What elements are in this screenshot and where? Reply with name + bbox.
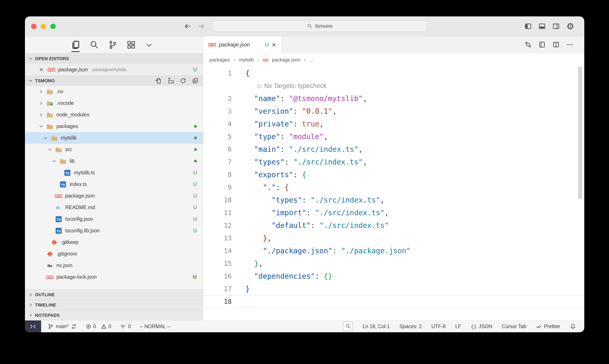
settings-gear-icon[interactable]: ⚙ bbox=[566, 22, 574, 31]
code-line-15[interactable]: 15 }, bbox=[203, 257, 584, 270]
git-change-dot bbox=[194, 136, 197, 139]
tree-item-README.md[interactable]: M↓README.mdU bbox=[25, 202, 203, 213]
close-icon[interactable]: × bbox=[38, 66, 45, 73]
code-line-14[interactable]: 14 "./package.json": "./package.json" bbox=[203, 244, 584, 257]
minimize-window-button[interactable] bbox=[41, 24, 46, 29]
code-line-8[interactable]: 8 "exports": { bbox=[203, 168, 584, 181]
code-line-13[interactable]: 13 }, bbox=[203, 232, 584, 244]
extensions-icon[interactable] bbox=[127, 40, 136, 50]
open-changes-icon[interactable] bbox=[524, 41, 532, 48]
language-mode[interactable]: {} JSON bbox=[471, 324, 492, 329]
source-control-icon[interactable] bbox=[108, 40, 117, 50]
explorer-icon[interactable] bbox=[71, 40, 80, 50]
code-line-6[interactable]: 6 "main": "./src/index.ts", bbox=[203, 143, 584, 156]
command-center-search[interactable]: tsmono bbox=[212, 20, 427, 32]
line-number: 18 bbox=[203, 298, 240, 305]
close-icon[interactable]: × bbox=[272, 41, 276, 48]
tree-item-tsconfig.json[interactable]: TStsconfig.jsonU bbox=[25, 213, 203, 225]
tree-item-package-lock.json[interactable]: npmpackage-lock.jsonM bbox=[25, 271, 203, 283]
tree-item-packages[interactable]: packages bbox=[25, 120, 203, 132]
eol-status[interactable]: LF bbox=[455, 324, 461, 329]
code-line-7[interactable]: 7 "types": "./src/index.ts", bbox=[203, 156, 584, 168]
tree-item-.nx[interactable]: .nx bbox=[25, 86, 203, 97]
formatter-status[interactable]: Prettier bbox=[536, 324, 560, 329]
code-line-2[interactable]: 2 "name": "@tsmono/mytslib", bbox=[203, 92, 584, 105]
ports-status[interactable]: 0 bbox=[120, 324, 131, 329]
chevron-down-icon bbox=[36, 124, 46, 129]
tree-item-mytslib[interactable]: mytslib bbox=[25, 132, 203, 144]
breadcrumb: packages › mytslib › npm package.json › … bbox=[203, 53, 584, 67]
remote-indicator[interactable] bbox=[25, 321, 41, 332]
npm-icon: npm bbox=[263, 57, 268, 63]
breadcrumb-item[interactable]: package.json bbox=[272, 57, 300, 63]
cursor-tab-status[interactable]: Cursor Tab bbox=[502, 324, 526, 329]
zoom-window-button[interactable] bbox=[50, 24, 56, 29]
tree-item-tsconfig.lib.json[interactable]: TStsconfig.lib.jsonU bbox=[25, 225, 203, 236]
tab-package-json[interactable]: npm package.json U × bbox=[203, 36, 282, 53]
code-line-18[interactable]: 18 bbox=[203, 295, 584, 308]
search-view-icon[interactable] bbox=[89, 40, 99, 50]
split-editor-icon[interactable] bbox=[552, 41, 560, 48]
forward-icon[interactable] bbox=[197, 22, 205, 30]
notebook-icon[interactable] bbox=[538, 41, 546, 48]
tree-item-node_modules[interactable]: node_modules bbox=[25, 109, 203, 120]
section-notepads[interactable]: NOTEPADS bbox=[25, 310, 203, 320]
section-timeline[interactable]: TIMELINE bbox=[25, 300, 203, 310]
code-line-10[interactable]: 10 "types": "./src/index.ts", bbox=[203, 194, 584, 206]
open-editor-item[interactable]: × npm package.json packages/mytslib U bbox=[25, 64, 203, 76]
code-editor[interactable]: 1{▷Nx Targets: typecheck2 "name": "@tsmo… bbox=[203, 67, 584, 320]
new-file-icon[interactable] bbox=[155, 78, 162, 84]
explorer-actions bbox=[155, 78, 203, 84]
tree-item-package.json[interactable]: npmpackage.jsonU bbox=[25, 190, 203, 202]
tree-item-src[interactable]: src bbox=[25, 144, 203, 155]
code-line-11[interactable]: 11 "import": "./src/index.ts", bbox=[203, 206, 584, 219]
breadcrumb-item[interactable]: ... bbox=[309, 57, 313, 63]
tree-item-index.ts[interactable]: TSindex.tsU bbox=[25, 179, 203, 190]
open-editors-header[interactable]: OPEN EDITORS bbox=[25, 53, 203, 64]
tree-item-mytslib.ts[interactable]: TSmytslib.tsU bbox=[25, 167, 203, 179]
back-icon[interactable] bbox=[184, 22, 192, 30]
toggle-panel-icon[interactable] bbox=[538, 23, 546, 30]
git-branch-status[interactable]: main* bbox=[48, 324, 77, 329]
code-line-12[interactable]: 12 "default": "./src/index.ts" bbox=[203, 219, 584, 232]
breadcrumb-item[interactable]: mytslib bbox=[239, 57, 254, 63]
tree-item-.gitkeep[interactable]: .gitkeep bbox=[25, 236, 203, 248]
toggle-primary-sidebar-icon[interactable] bbox=[524, 23, 532, 30]
chevron-separator: › bbox=[233, 57, 235, 64]
codelens-link[interactable]: ▷Nx Targets: typecheck bbox=[258, 82, 327, 90]
encoding-status[interactable]: UTF-8 bbox=[431, 324, 446, 329]
code-text: }, bbox=[240, 259, 263, 268]
close-window-button[interactable] bbox=[31, 24, 37, 29]
collapse-all-icon[interactable] bbox=[192, 78, 199, 84]
editor-scrollbar[interactable] bbox=[578, 67, 582, 199]
tree-item-.vscode[interactable]: .vscode bbox=[25, 97, 203, 109]
tree-item-lib[interactable]: lib bbox=[25, 155, 203, 167]
code-text: "types": "./src/index.ts", bbox=[240, 158, 367, 166]
new-folder-icon[interactable] bbox=[168, 78, 174, 84]
app-window: tsmono ⚙ OPEN EDITORS × bbox=[25, 16, 584, 332]
more-actions-icon[interactable] bbox=[566, 41, 574, 48]
explorer-section-header[interactable]: TSMONO bbox=[25, 76, 203, 86]
section-outline[interactable]: OUTLINE bbox=[25, 289, 203, 300]
problems-status[interactable]: 0 0 bbox=[86, 324, 111, 329]
codelens-line[interactable]: ▷Nx Targets: typecheck bbox=[203, 79, 584, 92]
breadcrumb-item[interactable]: packages bbox=[209, 57, 230, 63]
notifications-bell-icon[interactable] bbox=[570, 323, 576, 329]
tree-item-nx.json[interactable]: Nxnx.json bbox=[25, 260, 203, 271]
cursor-position[interactable]: Ln 18, Col 1 bbox=[363, 324, 390, 329]
code-line-16[interactable]: 16 "dependencies": {} bbox=[203, 270, 584, 282]
code-line-9[interactable]: 9 ".": { bbox=[203, 181, 584, 194]
tree-item-.gitignore[interactable]: .gitignore bbox=[25, 248, 203, 260]
code-line-1[interactable]: 1{ bbox=[203, 67, 584, 79]
open-editor-filename: package.json bbox=[58, 67, 88, 73]
code-line-5[interactable]: 5 "type": "module", bbox=[203, 130, 584, 143]
zoom-indicator[interactable] bbox=[343, 322, 353, 331]
tree-item-label: mytslib bbox=[61, 135, 77, 141]
code-line-17[interactable]: 17} bbox=[203, 282, 584, 295]
toggle-secondary-sidebar-icon[interactable] bbox=[552, 23, 560, 30]
indentation-status[interactable]: Spaces: 2 bbox=[400, 324, 422, 329]
code-line-3[interactable]: 3 "version": "0.0.1", bbox=[203, 105, 584, 117]
more-views-chevron-icon[interactable] bbox=[145, 41, 153, 50]
refresh-explorer-icon[interactable] bbox=[180, 78, 186, 84]
code-line-4[interactable]: 4 "private": true, bbox=[203, 117, 584, 130]
